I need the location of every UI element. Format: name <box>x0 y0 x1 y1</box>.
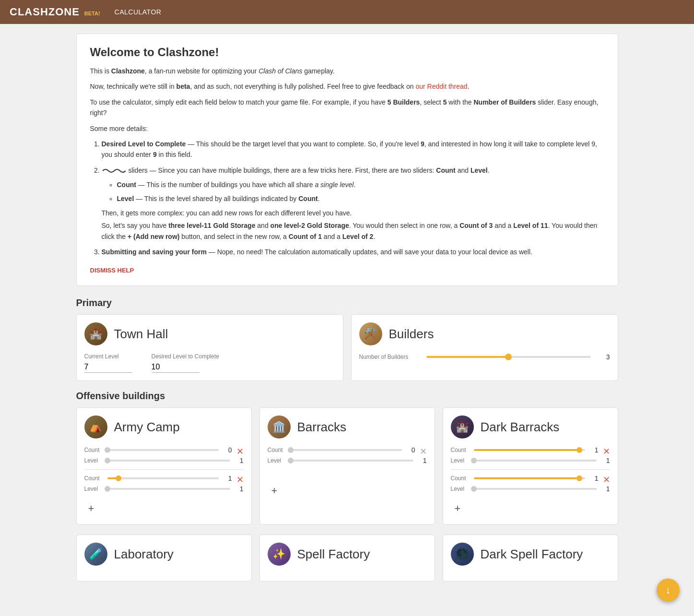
main-content: Welcome to Clashzone! This is Clashzone,… <box>69 34 625 581</box>
barracks-level-track <box>291 460 413 462</box>
help-list-item-2: sliders — Since you can have multiple bu… <box>102 165 604 242</box>
count-thumb-r1[interactable] <box>105 447 110 453</box>
count-track-r2 <box>107 477 219 479</box>
db-count-thumb-r1[interactable] <box>576 447 582 453</box>
db-count-slider-r2[interactable] <box>474 475 585 482</box>
db-level-thumb-r1[interactable] <box>471 458 477 463</box>
builders-value: 3 <box>600 353 610 361</box>
level-slider-r1[interactable] <box>107 457 230 464</box>
db-divider <box>451 469 610 470</box>
builders-slider-label: Number of Builders <box>359 354 422 360</box>
fab-button[interactable]: ↓ <box>657 579 680 591</box>
dark-barracks-add-btn[interactable]: + <box>451 500 465 517</box>
help-intro1: This is Clashzone, a fan-run website for… <box>90 66 604 76</box>
db-level-slider-r2[interactable] <box>474 486 597 492</box>
fab-icon: ↓ <box>666 584 671 591</box>
bottom-cards-grid: 🧪 Laboratory ✨ Spell Factory 🌑 Dark Spel… <box>76 534 618 581</box>
builders-slider-row: Number of Builders 3 <box>359 353 610 361</box>
spell-factory-card: ✨ Spell Factory <box>259 534 435 581</box>
current-level-label: Current Level <box>84 353 132 360</box>
spell-factory-avatar: ✨ <box>268 543 291 566</box>
db-level-track-r2 <box>474 488 597 490</box>
town-hall-avatar: 🏰 <box>84 322 107 345</box>
army-camp-title: Army Camp <box>114 420 180 435</box>
help-complex-text: Then, it gets more complex: you can add … <box>102 208 604 218</box>
dark-barracks-row-2: Count 1 ✕ Level <box>451 474 610 493</box>
barracks-level-slider[interactable] <box>291 457 413 464</box>
laboratory-title: Laboratory <box>114 547 174 562</box>
db-level-slider-r1[interactable] <box>474 457 597 464</box>
db-count-fill-r2 <box>474 477 579 479</box>
count-slider-r2[interactable] <box>107 475 219 482</box>
army-camp-row2-level-row: Level 1 <box>84 485 244 493</box>
builders-slider-thumb[interactable] <box>505 354 512 360</box>
dark-barracks-title: Dark Barracks <box>481 420 560 435</box>
town-hall-header: 🏰 Town Hall <box>84 322 335 345</box>
army-camp-row1-count-row: Count 0 <box>84 446 232 454</box>
count-slider-r1[interactable] <box>107 447 219 453</box>
army-camp-card: ⛺ Army Camp Count 0 ✕ <box>76 407 252 525</box>
barracks-header: 🏛️ Barracks <box>268 415 427 438</box>
count-track-r1 <box>107 449 219 451</box>
dismiss-help-btn[interactable]: DISMISS HELP <box>90 267 134 274</box>
spell-factory-header: ✨ Spell Factory <box>268 543 427 566</box>
barracks-level-value: 1 <box>417 457 427 464</box>
db-row2-level-row: Level 1 <box>451 485 610 493</box>
barracks-row-1: Count 0 ✕ Level <box>268 446 427 464</box>
help-list-item-3: Submitting and saving your form — Nope, … <box>102 247 604 257</box>
dark-barracks-row-1: Count 1 ✕ Level <box>451 446 610 464</box>
level-label-r2: Level <box>84 486 104 492</box>
help-title: Welcome to Clashzone! <box>90 46 604 59</box>
count-value-r1: 0 <box>223 446 232 454</box>
army-camp-row2-count-row: Count 1 <box>84 474 232 482</box>
db-row1-count-row: Count 1 <box>451 446 599 454</box>
barracks-row1-level-row: Level 1 <box>268 457 427 464</box>
db-delete-btn-r1[interactable]: ✕ <box>603 446 610 457</box>
barracks-avatar: 🏛️ <box>268 415 291 438</box>
delete-btn-r2[interactable]: ✕ <box>236 474 244 485</box>
army-camp-row-1: Count 0 ✕ Level <box>84 446 244 464</box>
level-label-r1: Level <box>84 457 104 464</box>
army-camp-row1-level-row: Level 1 <box>84 457 244 464</box>
barracks-count-slider[interactable] <box>291 447 402 453</box>
barracks-add-btn[interactable]: + <box>268 483 282 499</box>
db-count-thumb-r2[interactable] <box>576 475 582 481</box>
db-row2-count-row: Count 1 <box>451 474 599 482</box>
barracks-title: Barracks <box>297 420 347 435</box>
level-value-r1: 1 <box>234 457 244 464</box>
level-value-r2: 1 <box>234 485 244 493</box>
barracks-delete-btn[interactable]: ✕ <box>420 446 427 457</box>
help-sublist-item-level: Level — This is the level shared by all … <box>117 193 604 204</box>
current-level-input[interactable] <box>84 362 132 373</box>
barracks-count-value: 0 <box>406 446 415 454</box>
logo-text: CLASHZONE <box>10 6 80 18</box>
db-count-value-r1: 1 <box>589 446 599 454</box>
count-value-r2: 1 <box>223 474 232 482</box>
level-thumb-r2[interactable] <box>105 486 110 492</box>
barracks-level-thumb[interactable] <box>288 458 294 463</box>
db-count-fill-r1 <box>474 449 579 451</box>
db-count-slider-r1[interactable] <box>474 447 585 453</box>
db-count-value-r2: 1 <box>589 474 599 482</box>
delete-btn-r1[interactable]: ✕ <box>236 446 244 457</box>
offensive-cards-grid: ⛺ Army Camp Count 0 ✕ <box>76 407 618 525</box>
level-slider-r2[interactable] <box>107 486 230 492</box>
help-details-label: Some more details: <box>90 123 604 134</box>
count-thumb-r2[interactable] <box>116 475 121 481</box>
level-thumb-r1[interactable] <box>105 458 110 463</box>
help-intro3: To use the calculator, simply edit each … <box>90 97 604 118</box>
db-level-label-r1: Level <box>451 457 470 464</box>
db-level-thumb-r2[interactable] <box>471 486 477 492</box>
dark-barracks-card: 🏰 Dark Barracks Count 1 ✕ <box>443 407 618 525</box>
nav-calculator[interactable]: CALCULATOR <box>115 8 162 16</box>
help-example: So, let's say you have three level-11 Go… <box>102 220 604 242</box>
desired-level-input[interactable] <box>152 362 200 373</box>
section-primary: Primary <box>76 297 618 308</box>
builders-slider-container[interactable] <box>426 354 591 360</box>
db-level-value-r2: 1 <box>600 485 610 493</box>
army-camp-add-btn[interactable]: + <box>84 500 98 517</box>
db-level-track-r1 <box>474 460 597 462</box>
barracks-count-label: Count <box>268 447 287 453</box>
barracks-count-thumb[interactable] <box>288 447 294 453</box>
db-delete-btn-r2[interactable]: ✕ <box>603 474 610 485</box>
